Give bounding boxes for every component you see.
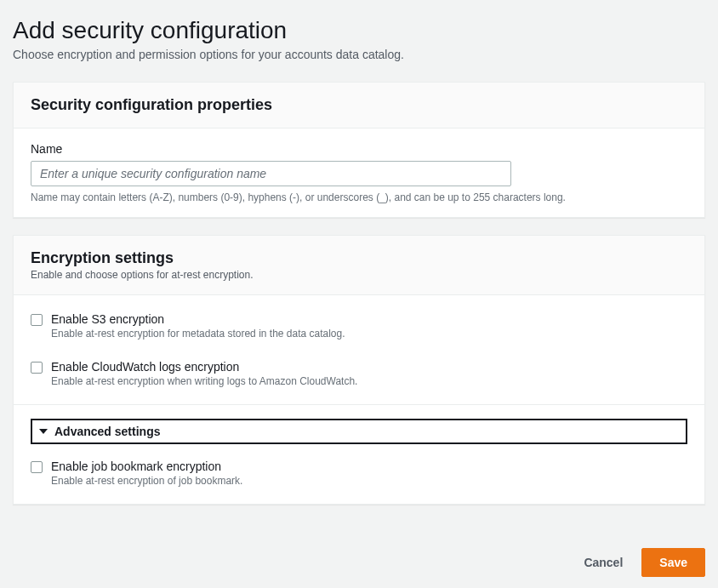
s3-encryption-label[interactable]: Enable S3 encryption <box>51 312 687 326</box>
name-hint: Name may contain letters (A-Z), numbers … <box>31 191 687 203</box>
properties-panel-title: Security configuration properties <box>31 96 687 114</box>
encryption-panel-subtitle: Enable and choose options for at-rest en… <box>31 269 687 281</box>
s3-encryption-desc: Enable at-rest encryption for metadata s… <box>51 328 687 340</box>
name-label: Name <box>31 142 687 156</box>
s3-encryption-checkbox[interactable] <box>31 314 43 326</box>
page-subtitle: Choose encryption and permission options… <box>13 48 705 61</box>
advanced-settings-label: Advanced settings <box>54 425 160 438</box>
encryption-panel: Encryption settings Enable and choose op… <box>13 235 705 505</box>
bookmark-encryption-checkbox[interactable] <box>31 461 43 473</box>
cloudwatch-encryption-desc: Enable at-rest encryption when writing l… <box>51 375 687 387</box>
s3-encryption-row: Enable S3 encryption Enable at-rest encr… <box>31 309 687 343</box>
cloudwatch-encryption-checkbox[interactable] <box>31 362 43 374</box>
save-button[interactable]: Save <box>641 548 705 577</box>
page-title: Add security configuration <box>13 17 705 44</box>
bookmark-encryption-row: Enable job bookmark encryption Enable at… <box>31 456 687 490</box>
cancel-button[interactable]: Cancel <box>580 549 626 576</box>
advanced-settings-toggle[interactable]: Advanced settings <box>31 419 687 444</box>
encryption-panel-header: Encryption settings Enable and choose op… <box>14 236 704 295</box>
cloudwatch-encryption-label[interactable]: Enable CloudWatch logs encryption <box>51 360 687 374</box>
encryption-panel-title: Encryption settings <box>31 249 687 267</box>
bookmark-encryption-label[interactable]: Enable job bookmark encryption <box>51 460 687 473</box>
properties-panel: Security configuration properties Name N… <box>13 82 705 218</box>
name-input[interactable] <box>31 161 511 186</box>
bookmark-encryption-desc: Enable at-rest encryption of job bookmar… <box>51 475 687 487</box>
cloudwatch-encryption-row: Enable CloudWatch logs encryption Enable… <box>31 357 687 391</box>
properties-panel-header: Security configuration properties <box>14 83 704 128</box>
footer: Cancel Save <box>0 534 718 588</box>
caret-down-icon <box>39 429 48 434</box>
